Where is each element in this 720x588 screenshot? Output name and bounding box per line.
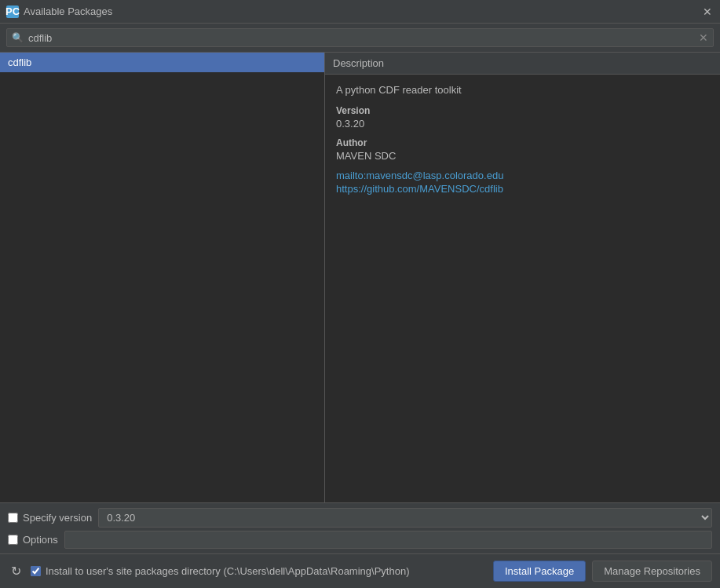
email-link[interactable]: mailto:mavensdc@lasp.colorado.edu [336,170,709,181]
options-input[interactable] [64,531,712,549]
bottom-rows: Specify version 0.3.20 Options [8,508,712,549]
search-wrapper: 🔍 ✕ [6,28,714,47]
bottom-section: Specify version 0.3.20 Options [0,502,720,553]
main-content: cdflib Description A python CDF reader t… [0,53,720,502]
description-body: A python CDF reader toolkit Version 0.3.… [325,75,720,502]
package-summary: A python CDF reader toolkit [336,84,709,96]
list-item[interactable]: cdflib [0,53,324,72]
search-icon: 🔍 [12,32,24,43]
title-bar-text: Available Packages [24,5,701,17]
close-button[interactable]: ✕ [701,5,714,18]
description-header: Description [325,53,720,75]
specify-version-label[interactable]: Specify version [8,512,92,524]
app-icon: PC [6,5,19,18]
author-label: Author [336,137,709,148]
install-checkbox[interactable] [31,566,41,576]
title-bar: PC Available Packages ✕ [0,0,720,24]
version-select[interactable]: 0.3.20 [98,508,712,528]
manage-repositories-button[interactable]: Manage Repositories [592,561,712,582]
description-panel: Description A python CDF reader toolkit … [325,53,720,502]
version-value: 0.3.20 [336,118,709,130]
options-label[interactable]: Options [8,534,58,546]
version-label: Version [336,105,709,116]
author-value: MAVEN SDC [336,150,709,162]
specify-version-checkbox[interactable] [8,513,18,523]
specify-version-row: Specify version 0.3.20 [8,508,712,528]
install-package-button[interactable]: Install Package [493,561,586,582]
options-row: Options [8,531,712,549]
github-link[interactable]: https://github.com/MAVENSDC/cdflib [336,183,709,195]
install-checkbox-label[interactable]: Install to user's site packages director… [31,565,487,577]
clear-icon[interactable]: ✕ [699,31,708,44]
options-checkbox[interactable] [8,535,18,545]
links-container: mailto:mavensdc@lasp.colorado.edu https:… [336,170,709,195]
search-bar: 🔍 ✕ [0,24,720,53]
package-list: cdflib [0,53,325,502]
search-input[interactable] [28,32,696,44]
refresh-button[interactable]: ↻ [8,562,24,580]
footer-area: ↻ Install to user's site packages direct… [0,553,720,588]
